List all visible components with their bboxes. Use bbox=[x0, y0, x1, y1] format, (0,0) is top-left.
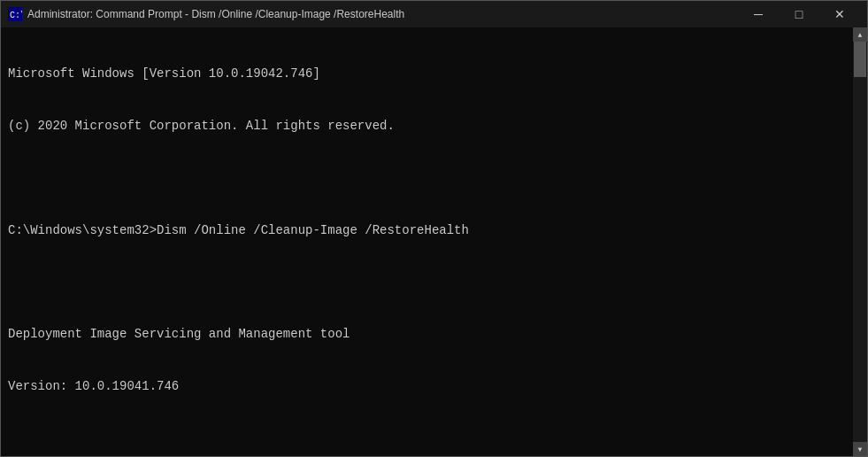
minimize-button[interactable]: ─ bbox=[738, 1, 779, 27]
console-output[interactable]: Microsoft Windows [Version 10.0.19042.74… bbox=[1, 27, 867, 456]
scrollbar[interactable]: ▲ ▼ bbox=[853, 27, 867, 456]
console-line-5 bbox=[8, 274, 860, 291]
title-bar: C:\ Administrator: Command Prompt - Dism… bbox=[1, 1, 867, 27]
console-line-8 bbox=[8, 430, 860, 448]
console-line-6: Deployment Image Servicing and Managemen… bbox=[8, 326, 860, 344]
scroll-up-arrow[interactable]: ▲ bbox=[853, 27, 867, 42]
console-line-3 bbox=[8, 170, 860, 188]
console-line-1: Microsoft Windows [Version 10.0.19042.74… bbox=[8, 66, 860, 83]
maximize-button[interactable]: □ bbox=[779, 1, 819, 27]
cmd-window: C:\ Administrator: Command Prompt - Dism… bbox=[0, 0, 868, 457]
console-line-4: C:\Windows\system32>Dism /Online /Cleanu… bbox=[8, 222, 860, 240]
window-controls: ─ □ ✕ bbox=[738, 1, 860, 27]
console-line-7: Version: 10.0.19041.746 bbox=[8, 378, 860, 396]
console-content: Microsoft Windows [Version 10.0.19042.74… bbox=[8, 31, 860, 456]
scrollbar-track bbox=[853, 42, 867, 442]
cmd-icon: C:\ bbox=[8, 7, 22, 21]
scrollbar-thumb[interactable] bbox=[854, 42, 866, 77]
close-button[interactable]: ✕ bbox=[819, 1, 860, 27]
svg-text:C:\: C:\ bbox=[10, 11, 22, 20]
window-title: Administrator: Command Prompt - Dism /On… bbox=[27, 8, 738, 20]
scroll-down-arrow[interactable]: ▼ bbox=[853, 442, 867, 456]
console-line-2: (c) 2020 Microsoft Corporation. All righ… bbox=[8, 118, 860, 136]
